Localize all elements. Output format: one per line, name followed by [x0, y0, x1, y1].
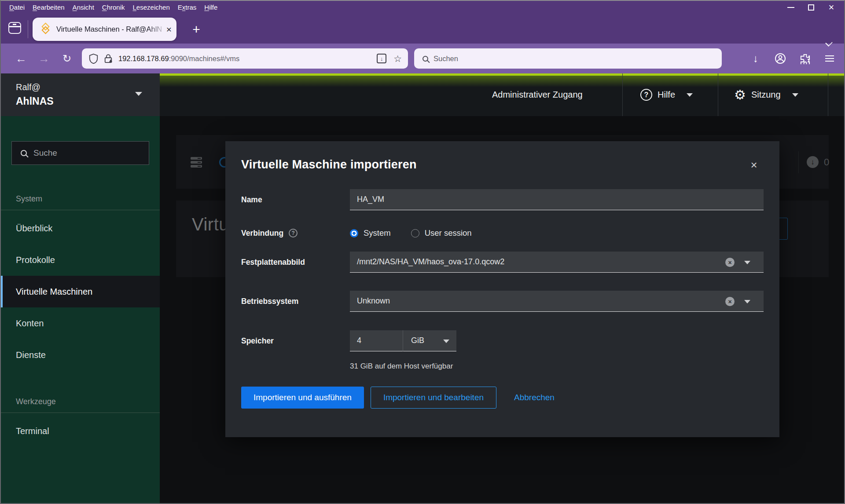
- save-page-icon[interactable]: ↓: [377, 54, 386, 63]
- menu-hilfe[interactable]: Hilfe: [200, 0, 221, 15]
- vm-name-input[interactable]: [350, 189, 764, 210]
- cockpit-favicon-icon: [40, 23, 51, 35]
- tab-separator: [28, 20, 28, 38]
- radio-user-session[interactable]: User session: [411, 228, 472, 238]
- disk-image-label: Festplattenabbild: [241, 258, 350, 267]
- sidebar: SystemÜberblickProtokolleVirtuelle Masch…: [0, 116, 160, 504]
- os-clear-icon[interactable]: ×: [725, 297, 735, 306]
- sidebar-item-dienste[interactable]: Dienste: [0, 339, 160, 371]
- import-vm-modal: Virtuelle Maschine importieren × Name Ve…: [225, 141, 779, 437]
- session-label: Sitzung: [751, 90, 781, 100]
- nav-section-system: System: [0, 191, 160, 207]
- help-icon: ?: [640, 89, 652, 101]
- url-path: :9090/machines#/vms: [169, 55, 240, 62]
- active-tab[interactable]: Virtuelle Maschinen - Ralf@AhlN ×: [33, 18, 176, 41]
- session-caret-icon: [792, 93, 798, 97]
- menu-datei[interactable]: Datei: [5, 0, 29, 15]
- memory-unit-select[interactable]: GiB: [403, 330, 456, 351]
- menu-ansicht[interactable]: Ansicht: [69, 0, 98, 15]
- firefox-view-icon[interactable]: [8, 22, 21, 34]
- session-menu[interactable]: ⚙ Sitzung: [734, 73, 798, 116]
- url-host: 192.168.178.69: [118, 55, 169, 62]
- search-icon: [422, 56, 428, 62]
- sidebar-item-virtuelle-maschinen[interactable]: Virtuelle Maschinen: [0, 276, 160, 307]
- connection-help-icon[interactable]: ?: [289, 229, 298, 237]
- account-icon: [775, 53, 786, 64]
- downloads-button[interactable]: ↓: [746, 49, 765, 68]
- modal-title: Virtuelle Maschine importieren: [241, 141, 764, 175]
- import-edit-button[interactable]: Importieren und bearbeiten: [371, 387, 496, 409]
- browser-search-input[interactable]: [434, 55, 698, 63]
- memory-input[interactable]: [350, 330, 403, 351]
- disk-clear-icon[interactable]: ×: [725, 258, 735, 267]
- vms-page: ↓ 0 Virtuelle Maschinen Virtuelle Maschi…: [160, 116, 845, 504]
- minimize-button[interactable]: [781, 0, 801, 15]
- sidebar-search-icon: [21, 150, 27, 156]
- reload-button[interactable]: ↻: [58, 44, 76, 73]
- menu-extras[interactable]: Extras: [174, 0, 201, 15]
- disk-caret-icon[interactable]: [744, 261, 750, 264]
- radio-system[interactable]: System: [350, 228, 391, 238]
- sidebar-header[interactable]: Ralf@ AhlNAS: [0, 73, 160, 116]
- new-tab-button[interactable]: +: [187, 20, 206, 39]
- memory-unit-value: GiB: [411, 336, 424, 345]
- app-menu-button[interactable]: [820, 49, 839, 68]
- cockpit-shell: Ralf@ AhlNAS Administrativer Zugang ? Hi…: [0, 73, 845, 504]
- masthead: Administrativer Zugang ? Hilfe ⚙ Sitzung: [160, 73, 845, 116]
- disk-image-combobox[interactable]: /mnt2/NAS/HA_VM/haos_ova-17.0.qcow2 ×: [350, 252, 764, 273]
- back-button[interactable]: ←: [12, 44, 30, 73]
- tab-title: Virtuelle Maschinen - Ralf@AhlN: [56, 18, 168, 41]
- memory-unit-caret-icon: [443, 340, 449, 343]
- memory-label: Speicher: [241, 336, 350, 346]
- menu-lesezeichen[interactable]: Lesezeichen: [129, 0, 174, 15]
- os-value: Unknown: [357, 296, 390, 306]
- minimize-icon: [787, 7, 794, 8]
- sidebar-nav: SystemÜberblickProtokolleVirtuelle Masch…: [0, 165, 160, 447]
- sidebar-item-terminal[interactable]: Terminal: [0, 415, 160, 447]
- forward-button[interactable]: →: [35, 44, 53, 73]
- host-switcher-caret-icon[interactable]: [135, 92, 142, 96]
- menu-bearbeiten[interactable]: Bearbeiten: [29, 0, 69, 15]
- bookmark-star-icon[interactable]: ☆: [393, 54, 402, 63]
- browser-toolbar: ← → ↻ 192.168.178.69:9090/machines#/vms …: [0, 44, 845, 73]
- radio-unchecked-icon[interactable]: [411, 229, 419, 237]
- help-caret-icon: [687, 93, 693, 97]
- gear-icon: ⚙: [734, 88, 746, 102]
- radio-checked-icon[interactable]: [350, 229, 358, 237]
- close-window-button[interactable]: ×: [821, 0, 841, 15]
- brand-user: Ralf@: [16, 80, 54, 94]
- sidebar-item-protokolle[interactable]: Protokolle: [0, 244, 160, 276]
- chevron-down-icon: [825, 39, 833, 47]
- memory-helper-text: 31 GiB auf dem Host verfügbar: [350, 362, 764, 371]
- import-run-button[interactable]: Importieren und ausführen: [241, 387, 364, 409]
- search-bar[interactable]: [414, 48, 722, 69]
- browser-menubar: DateiBearbeitenAnsichtChronikLesezeichen…: [0, 0, 845, 15]
- url-text: 192.168.178.69:9090/machines#/vms: [118, 55, 239, 63]
- sidebar-item-konten[interactable]: Konten: [0, 307, 160, 339]
- os-label: Betriebssystem: [241, 297, 350, 306]
- os-combobox[interactable]: Unknown ×: [350, 291, 764, 312]
- help-menu[interactable]: ? Hilfe: [640, 73, 693, 116]
- maximize-button[interactable]: [801, 0, 821, 15]
- radio-system-label: System: [364, 228, 391, 238]
- tab-close-icon[interactable]: ×: [166, 18, 172, 41]
- os-caret-icon[interactable]: [744, 300, 750, 303]
- name-label: Name: [241, 195, 350, 205]
- sidebar-item--berblick[interactable]: Überblick: [0, 212, 160, 244]
- connection-label: Verbindung: [241, 229, 283, 238]
- modal-close-button[interactable]: ×: [746, 157, 762, 173]
- sidebar-search-input[interactable]: [33, 148, 139, 158]
- url-bar[interactable]: 192.168.178.69:9090/machines#/vms ↓ ☆: [82, 48, 408, 69]
- cancel-button[interactable]: Abbrechen: [514, 393, 555, 402]
- account-button[interactable]: [771, 49, 790, 68]
- extensions-button[interactable]: [796, 49, 814, 68]
- puzzle-icon: [800, 53, 811, 64]
- list-all-tabs-button[interactable]: [823, 37, 836, 51]
- lock-warning-icon[interactable]: [104, 54, 113, 64]
- menu-chronik[interactable]: Chronik: [98, 0, 129, 15]
- admin-access-label[interactable]: Administrativer Zugang: [492, 73, 583, 116]
- sidebar-search[interactable]: [11, 141, 149, 165]
- help-label: Hilfe: [658, 90, 675, 100]
- maximize-icon: [808, 4, 814, 11]
- tracking-shield-icon[interactable]: [89, 54, 98, 64]
